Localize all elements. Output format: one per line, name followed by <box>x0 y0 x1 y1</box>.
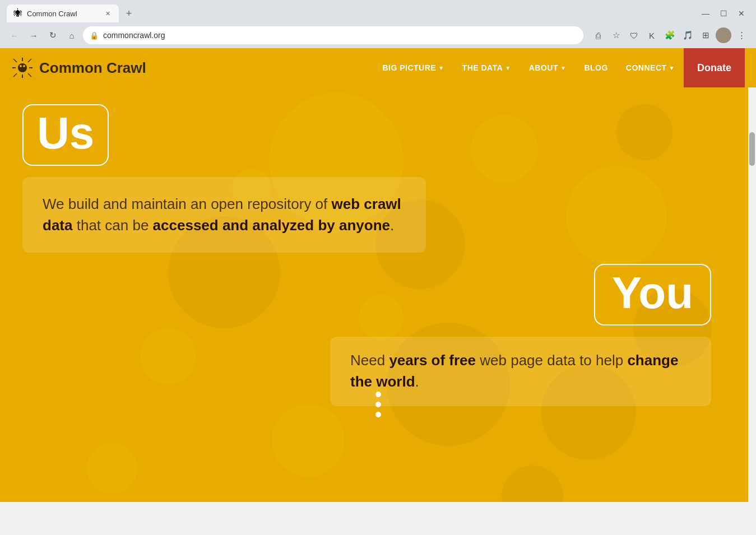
forward-button[interactable]: → <box>26 27 41 43</box>
tab-title: Common Crawl <box>27 10 99 18</box>
maximize-button[interactable]: ☐ <box>716 6 731 21</box>
site-navigation: Common Crawl BIG PICTURE ▼ THE DATA ▼ AB… <box>0 48 756 87</box>
site-title: Common Crawl <box>39 59 146 77</box>
spider-icon <box>11 57 34 79</box>
nav-item-connect[interactable]: CONNECT ▼ <box>617 48 684 87</box>
nav-arrow-connect: ▼ <box>669 65 675 71</box>
us-description: We build and maintain an open repository… <box>22 177 426 253</box>
media-button[interactable]: 🎵 <box>680 27 695 43</box>
nav-item-about[interactable]: ABOUT ▼ <box>520 48 576 87</box>
nav-arrow-the-data: ▼ <box>505 65 511 71</box>
nav-item-big-picture[interactable]: BIG PICTURE ▼ <box>373 48 453 87</box>
us-card: Us <box>22 104 109 166</box>
close-button[interactable]: ✕ <box>734 6 749 21</box>
reload-button[interactable]: ↻ <box>45 27 61 43</box>
hero-section: Us We build and maintain an open reposit… <box>0 87 756 429</box>
minimize-button[interactable]: — <box>698 6 713 21</box>
k-extension-button[interactable]: K <box>644 27 660 43</box>
share-button[interactable]: ⎙ <box>590 27 606 43</box>
url-text: commoncrawl.org <box>103 31 577 40</box>
donate-button[interactable]: Donate <box>684 48 745 87</box>
us-text: Us <box>37 108 94 158</box>
svg-point-25 <box>23 65 25 67</box>
nav-menu: BIG PICTURE ▼ THE DATA ▼ ABOUT ▼ BLOG CO… <box>373 48 745 87</box>
dot-1 <box>375 392 381 397</box>
tab-bar: 🕷 Common Crawl ✕ + <box>7 4 137 22</box>
nav-label-big-picture: BIG PICTURE <box>382 63 436 72</box>
nav-item-blog[interactable]: BLOG <box>575 48 616 87</box>
menu-button[interactable]: ⋮ <box>734 27 749 43</box>
dot-2 <box>375 402 381 407</box>
you-description: Need years of free web page data to help… <box>330 337 711 406</box>
address-bar[interactable]: 🔒 commoncrawl.org <box>83 26 583 44</box>
bold-accessed-analyzed: accessed and analyzed by anyone <box>153 217 390 234</box>
nav-label-connect: CONNECT <box>626 63 667 72</box>
title-bar: 🕷 Common Crawl ✕ + — ☐ ✕ <box>0 0 756 22</box>
toolbar-icons: ⎙ ☆ 🛡 K 🧩 🎵 ⊞ ⋮ <box>590 27 749 43</box>
tab-close-button[interactable]: ✕ <box>103 9 112 18</box>
nav-label-blog: BLOG <box>584 63 607 72</box>
svg-line-23 <box>28 73 31 77</box>
bold-years-of-free: years of free <box>389 352 476 369</box>
svg-point-24 <box>20 65 22 67</box>
active-tab[interactable]: 🕷 Common Crawl ✕ <box>7 4 119 22</box>
svg-point-10 <box>87 443 137 494</box>
dot-3 <box>375 412 381 417</box>
back-button[interactable]: ← <box>7 27 22 43</box>
nav-arrow-big-picture: ▼ <box>438 65 444 71</box>
extensions-button[interactable]: 🧩 <box>662 27 678 43</box>
browser-window: 🕷 Common Crawl ✕ + — ☐ ✕ ← → ↻ ⌂ 🔒 commo… <box>0 0 756 502</box>
bookmark-button[interactable]: ☆ <box>608 27 624 43</box>
website-content: Common Crawl BIG PICTURE ▼ THE DATA ▼ AB… <box>0 48 756 502</box>
profile-button[interactable] <box>716 27 731 43</box>
nav-item-the-data[interactable]: THE DATA ▼ <box>453 48 520 87</box>
svg-line-20 <box>13 59 17 62</box>
donate-label: Donate <box>697 62 731 74</box>
you-section: You Need years of free web page data to … <box>22 264 734 406</box>
browser-toolbar: ← → ↻ ⌂ 🔒 commoncrawl.org ⎙ ☆ 🛡 K 🧩 🎵 ⊞ … <box>0 22 756 48</box>
window-controls: — ☐ ✕ <box>698 6 749 21</box>
you-card: You <box>594 264 711 325</box>
lock-icon: 🔒 <box>90 31 99 40</box>
nav-arrow-about: ▼ <box>560 65 566 71</box>
dots-indicator <box>375 392 381 417</box>
svg-point-15 <box>18 63 27 72</box>
tab-favicon: 🕷 <box>13 9 22 18</box>
logo-area[interactable]: Common Crawl <box>11 57 146 79</box>
nav-label-about: ABOUT <box>529 63 558 72</box>
shield-icon[interactable]: 🛡 <box>626 27 642 43</box>
you-text: You <box>612 268 693 318</box>
nav-label-the-data: THE DATA <box>462 63 503 72</box>
new-tab-button[interactable]: + <box>121 6 137 21</box>
svg-line-22 <box>13 73 17 77</box>
svg-line-21 <box>28 59 31 62</box>
home-button[interactable]: ⌂ <box>64 27 80 43</box>
svg-point-11 <box>502 466 563 502</box>
split-view-button[interactable]: ⊞ <box>698 27 713 43</box>
